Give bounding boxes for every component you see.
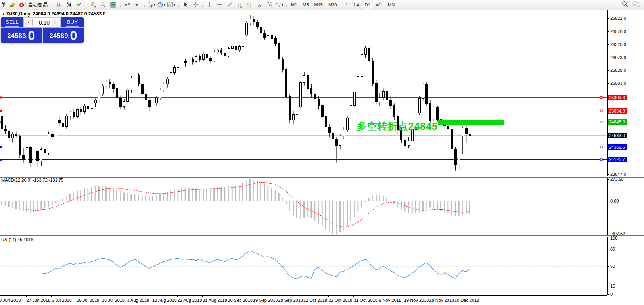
timeframe-m5[interactable]: M5 <box>300 1 311 9</box>
volume-decrease-button[interactable]: ▼ <box>25 19 33 26</box>
pane-separator[interactable] <box>0 176 644 178</box>
candle-body <box>181 61 183 64</box>
macd-histogram-bar <box>160 194 161 201</box>
time-axis-tick <box>353 296 354 297</box>
timeframe-h4[interactable]: H4 <box>351 1 362 9</box>
candle-body <box>77 109 79 116</box>
macd-histogram-bar <box>455 201 456 216</box>
macd-histogram-bar <box>466 201 466 214</box>
new-order-button-fragment[interactable]: 单 <box>1 1 6 8</box>
time-axis-tick <box>152 296 152 297</box>
macd-pane[interactable] <box>0 177 607 235</box>
line-anchor-marker[interactable] <box>600 96 602 98</box>
candle-body <box>94 100 96 103</box>
line-anchor-marker[interactable] <box>600 121 602 123</box>
candle-body <box>447 126 449 129</box>
rsi-axis-tick <box>607 266 609 267</box>
price-chart-pane[interactable] <box>0 10 607 176</box>
cursor-icon[interactable] <box>180 1 190 9</box>
search-icon[interactable] <box>621 0 629 9</box>
line-anchor-marker[interactable] <box>600 159 602 161</box>
text-label-icon[interactable]: T <box>264 1 274 9</box>
timeframe-mn[interactable]: MN <box>385 1 397 9</box>
rsi-line <box>41 251 470 279</box>
chat-icon[interactable] <box>632 1 641 9</box>
text-icon[interactable]: A <box>254 1 264 9</box>
timeframe-m15[interactable]: M15 <box>312 1 326 9</box>
volume-increase-button[interactable]: ▲ <box>52 19 59 26</box>
buy-button[interactable]: BUY <box>61 17 84 27</box>
macd-histogram-bar <box>224 187 225 201</box>
trendline-icon[interactable] <box>224 1 234 9</box>
sell-price[interactable]: 24583.0 <box>1 28 42 43</box>
price-axis-tick <box>607 70 609 71</box>
line-anchor-marker[interactable] <box>0 146 2 148</box>
dropdown-arrow-icon[interactable]: ▾ <box>282 3 283 7</box>
timeframe-d1[interactable]: D1 <box>362 1 373 9</box>
tile-windows-icon[interactable] <box>108 1 118 9</box>
candle-body <box>48 134 50 153</box>
macd-histogram-bar <box>214 188 215 201</box>
candle-body <box>318 99 320 106</box>
turning-point-annotation[interactable]: 多空转折点24845 <box>356 120 438 133</box>
candle-body <box>350 106 352 118</box>
price-axis-label: 25828.0 <box>610 68 626 73</box>
arrow-tools-icon[interactable]: ▾ <box>274 1 284 9</box>
fibonacci-icon[interactable]: F <box>244 1 254 9</box>
price-axis-label: 26073.0 <box>610 55 626 60</box>
rsi-pane[interactable] <box>0 237 607 295</box>
macd-histogram-bar <box>318 201 319 223</box>
vertical-line-icon[interactable] <box>205 1 215 9</box>
volume-input[interactable] <box>33 18 51 27</box>
horizontal-line-icon[interactable] <box>215 1 224 9</box>
line-anchor-marker[interactable] <box>0 110 2 112</box>
macd-histogram-bar <box>322 201 322 226</box>
candle-body <box>80 109 82 111</box>
autotrading-button[interactable]: 自动交易 <box>19 1 48 9</box>
timeframe-h1[interactable]: H1 <box>339 1 351 9</box>
dropdown-arrow-icon[interactable]: ▾ <box>164 3 165 7</box>
new-order-icon[interactable]: ▾ <box>146 1 156 9</box>
macd-histogram-bar <box>426 201 427 209</box>
dropdown-arrow-icon[interactable]: ▾ <box>154 3 155 7</box>
zoom-in-icon[interactable] <box>88 1 98 9</box>
price-tag: 24125.7 <box>608 157 627 162</box>
candlestick-chart-icon[interactable] <box>64 1 74 9</box>
channel-icon[interactable]: E <box>234 1 244 9</box>
chart-shift-icon[interactable] <box>132 1 142 9</box>
candle-body <box>379 98 381 102</box>
timeframe-group: M1M5M15M30H1H4D1W1MN <box>288 1 397 9</box>
timeframe-m1[interactable]: M1 <box>288 1 300 9</box>
time-axis-tick <box>429 296 429 297</box>
line-chart-icon[interactable] <box>74 1 84 9</box>
crosshair-icon[interactable] <box>190 1 200 9</box>
line-anchor-marker[interactable] <box>600 146 602 148</box>
gold-bar-icon[interactable] <box>8 1 17 9</box>
rsi-indicator-label: RSI(14) 45.1016 <box>1 237 33 242</box>
candle-body <box>202 54 204 60</box>
pane-separator[interactable] <box>0 235 644 237</box>
zoom-out-icon[interactable] <box>98 1 108 9</box>
template-icon[interactable]: ▾ <box>166 1 176 9</box>
line-anchor-marker[interactable] <box>0 96 2 98</box>
line-anchor-marker[interactable] <box>0 159 2 161</box>
supply-zone-rectangle[interactable] <box>438 120 504 125</box>
macd-histogram-bar <box>250 179 251 201</box>
auto-scroll-icon[interactable] <box>122 1 132 9</box>
svg-text:E: E <box>240 5 242 8</box>
time-axis-label: 31 Oct 2018 <box>354 298 378 303</box>
bar-chart-icon[interactable] <box>54 1 64 9</box>
candle-body <box>40 150 42 161</box>
toolbar-separator <box>119 2 121 8</box>
period-icon[interactable]: ▾ <box>156 1 166 9</box>
sell-button[interactable]: SELL <box>1 17 23 27</box>
macd-histogram-bar <box>343 201 344 229</box>
candle-body <box>408 141 410 146</box>
buy-price[interactable]: 24589.0 <box>43 28 84 43</box>
macd-histogram-bar <box>127 194 128 201</box>
timeframe-w1[interactable]: W1 <box>373 1 385 9</box>
line-anchor-marker[interactable] <box>600 110 602 112</box>
dropdown-arrow-icon[interactable]: ▾ <box>174 3 175 7</box>
timeframe-m30[interactable]: M30 <box>326 1 339 9</box>
macd-histogram-bar <box>131 194 132 201</box>
